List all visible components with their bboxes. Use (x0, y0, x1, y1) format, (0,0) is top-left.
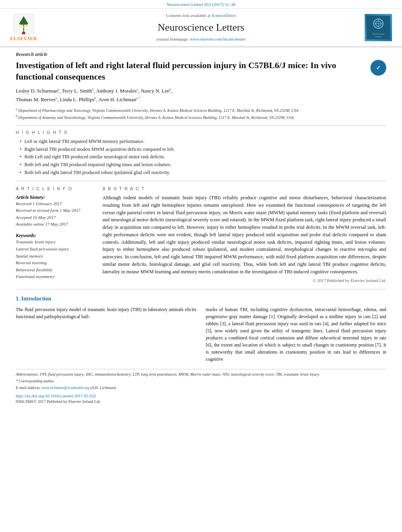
available-date: Available online 17 May 2017 (16, 221, 95, 227)
journal-reference: Neuroscience Letters 653 (2017) 31–38 (167, 2, 236, 7)
svg-rect-4 (22, 32, 25, 34)
homepage-link[interactable]: www.elsevier.com/locate/neulet (190, 37, 245, 41)
author-6: Linda L. Phillips (60, 96, 95, 102)
intro-columns: The fluid percussion injury model of tra… (16, 306, 386, 363)
keyword-2: Lateral fluid percussion injury (16, 246, 95, 253)
journal-cover-image: Neuroscience Letters (365, 14, 392, 41)
article-info-column: A R T I C L E I N F O Article history: R… (16, 186, 95, 285)
divider-1 (16, 125, 386, 126)
abstract-label: A B S T R A C T (102, 186, 386, 192)
article-type: Research article (16, 51, 386, 58)
email-link[interactable]: aron.lichtman@vcuhealth.org (42, 386, 89, 390)
intro-right-text: marks of human TBI, including cognitive … (206, 306, 386, 363)
affiliation-b: b Department of Anatomy and Neurobiology… (16, 114, 386, 120)
copyright-line: © 2017 Published by Elsevier Ireland Ltd… (102, 278, 386, 284)
abstract-text: Although rodent models of traumatic brai… (102, 194, 386, 275)
highlight-3: Both Left and right TBI produced similar… (20, 154, 386, 160)
intro-left-text: The fluid percussion injury model of tra… (16, 306, 196, 320)
author-7: Aron H. Lichtman (99, 96, 136, 102)
svg-point-7 (23, 26, 24, 28)
article-info-label: A R T I C L E I N F O (16, 186, 95, 192)
divider-3 (16, 289, 386, 289)
svg-text:Neuroscience: Neuroscience (372, 33, 385, 35)
main-content: Research article Investigation of left a… (0, 47, 402, 412)
page: Neuroscience Letters 653 (2017) 31–38 (0, 0, 402, 532)
journal-header: ELSEVIER Contents lists available at Sci… (0, 9, 402, 47)
svg-point-5 (20, 25, 22, 26)
svg-text:Letters: Letters (375, 35, 382, 38)
highlight-4: Both left and right TBI produced impaire… (20, 161, 386, 168)
authors-line: Lesley D. Schurmana, Terry L. Smithb, An… (16, 87, 386, 104)
journal-reference-bar: Neuroscience Letters 653 (2017) 31–38 (0, 0, 402, 9)
crossmark-graphic: ✓ (372, 62, 384, 74)
keywords-block: Keywords: Traumatic brain injury Lateral… (16, 232, 95, 280)
homepage-line: journal homepage: www.elsevier.com/locat… (43, 36, 359, 42)
received-date: Received 1 February 2017 (16, 201, 95, 207)
elsevier-text: ELSEVIER (10, 35, 37, 42)
abstract-column: A B S T R A C T Although rodent models o… (102, 186, 386, 285)
divider-2 (16, 181, 386, 181)
author-1: Lesley D. Schurman (16, 88, 58, 94)
keywords-label: Keywords: (16, 232, 95, 239)
affiliation-a: a Department of Pharmacology and Toxicol… (16, 107, 386, 113)
svg-point-6 (26, 25, 27, 26)
abbreviations-footnote: Abbreviations: FPI, fluid percussion inj… (16, 372, 386, 377)
doi-line[interactable]: http://dx.doi.org/10.1016/j.neulet.2017.… (16, 393, 386, 399)
highlights-section: H I G H L I G H T S Left or right latera… (16, 130, 386, 176)
issn-line: 0304-3940/© 2017 Published by Elsevier I… (16, 399, 386, 404)
email-footnote: E-mail address: aron.lichtman@vcuhealth.… (16, 385, 386, 391)
footnotes: Abbreviations: FPI, fluid percussion inj… (16, 369, 386, 404)
title-block: Investigation of left and right lateral … (16, 60, 386, 82)
highlight-1: Left or right lateral TBI impaired MWM m… (20, 138, 386, 145)
journal-name: Neuroscience Letters (43, 20, 359, 35)
intro-heading: 1. Introduction (16, 295, 386, 303)
author-4: Nancy N. Lee (141, 88, 169, 94)
author-5: Thomas M. Reeves (16, 96, 56, 102)
affiliations: a Department of Pharmacology and Toxicol… (16, 107, 386, 121)
journal-thumbnail: Neuroscience Letters (363, 14, 394, 41)
revised-date: Received in revised form 1 May 2017 (16, 208, 95, 213)
keyword-1: Traumatic brain injury (16, 239, 95, 246)
email-label: E-mail address: (16, 386, 41, 390)
intro-right-col: marks of human TBI, including cognitive … (206, 306, 386, 363)
email-name: (A.H. Lichtman). (90, 386, 117, 390)
journal-title-block: Contents lists available at ScienceDirec… (43, 13, 359, 42)
keyword-3: Spatial memory (16, 253, 95, 260)
highlight-2: Right lateral TBI produced modest MWM ac… (20, 146, 386, 153)
info-abstract-block: A R T I C L E I N F O Article history: R… (16, 186, 386, 285)
cover-graphic: Neuroscience Letters (367, 16, 390, 39)
introduction-section: 1. Introduction The fluid percussion inj… (16, 295, 386, 363)
elsevier-tree-icon (13, 13, 35, 35)
highlights-list: Left or right lateral TBI impaired MWM m… (16, 138, 386, 176)
author-2: Terry L. Smith (62, 88, 92, 94)
sciencedirect-link[interactable]: ScienceDirect (212, 13, 236, 18)
keyword-4: Reversal learning (16, 260, 95, 267)
intro-left-col: The fluid percussion injury model of tra… (16, 306, 196, 363)
elsevier-logo: ELSEVIER (8, 13, 39, 42)
contents-line: Contents lists available at ScienceDirec… (43, 13, 359, 19)
highlights-label: H I G H L I G H T S (16, 130, 386, 135)
highlight-5: Both left and right lateral TBI produced… (20, 169, 386, 176)
svg-text:✓: ✓ (376, 65, 381, 71)
author-3: Anthony J. Morales (96, 88, 137, 94)
accepted-date: Accepted 16 May 2017 (16, 215, 95, 221)
crossmark-container: ✓ (370, 60, 386, 76)
history-label: Article history: (16, 194, 95, 201)
keyword-6: Functional asymmetry (16, 273, 95, 280)
keyword-5: Behavioral flexibility (16, 267, 95, 274)
crossmark-icon[interactable]: ✓ (370, 60, 386, 76)
keywords-list: Traumatic brain injury Lateral fluid per… (16, 239, 95, 280)
corresponding-note: * Corresponding author. (16, 378, 386, 384)
article-history: Article history: Received 1 February 201… (16, 194, 95, 227)
article-title: Investigation of left and right lateral … (16, 60, 339, 82)
